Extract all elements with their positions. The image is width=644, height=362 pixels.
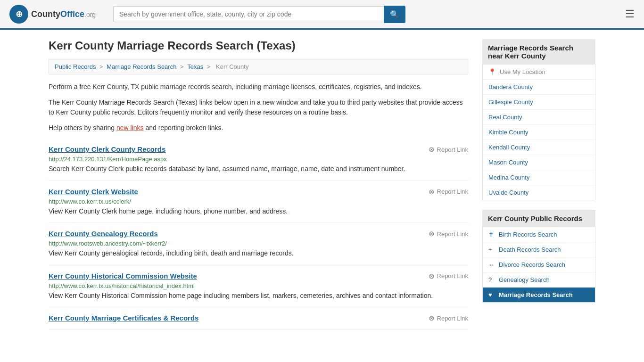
record-desc: View Kerr County Clerk home page, includ… [49, 207, 468, 216]
record-item: Kerr County Genealogy Records ⊗ Report L… [49, 223, 468, 265]
search-input[interactable] [113, 6, 384, 22]
desc-1: Perform a free Kerr County, TX public ma… [49, 82, 468, 92]
sidebar-item-mason[interactable]: Mason County [483, 155, 595, 170]
nearby-section: Marriage Records Search near Kerr County… [482, 39, 595, 200]
record-desc: Search Kerr County Clerk public records … [49, 165, 468, 174]
report-link[interactable]: ⊗ Report Link [429, 230, 468, 238]
sidebar: Marriage Records Search near Kerr County… [482, 39, 595, 329]
location-icon: 📍 [488, 68, 496, 75]
breadcrumb-sep1: > [99, 63, 105, 70]
breadcrumb-marriage-records[interactable]: Marriage Records Search [107, 63, 176, 70]
records-list: Kerr County Clerk County Records ⊗ Repor… [49, 139, 468, 329]
birth-icon: ✝ [488, 231, 495, 238]
report-link[interactable]: ⊗ Report Link [429, 145, 468, 154]
logo[interactable]: ⊕ CountyOffice.org [9, 5, 104, 24]
record-item: Kerr County Marriage Certificates & Reco… [49, 307, 468, 329]
death-icon: + [488, 246, 495, 253]
sidebar-divorce-records[interactable]: ↔ Divorce Records Search [483, 257, 595, 272]
sidebar-item-uvalde[interactable]: Uvalde County [483, 185, 595, 200]
new-links-link[interactable]: new links [116, 124, 144, 132]
record-title[interactable]: Kerr County Genealogy Records [49, 230, 158, 238]
breadcrumb-kerr-county: Kerr County [216, 63, 248, 70]
report-icon: ⊗ [429, 230, 435, 238]
search-area: 🔍 [113, 6, 405, 23]
record-url[interactable]: http://www.rootsweb.ancestry.com/~txkerr… [49, 240, 468, 247]
report-icon: ⊗ [429, 188, 435, 196]
report-icon: ⊗ [429, 145, 435, 154]
sidebar-item-real[interactable]: Real County [483, 110, 595, 125]
use-my-location[interactable]: 📍 Use My Location [483, 65, 595, 80]
public-records-section: Kerr County Public Records ✝ Birth Recor… [482, 210, 595, 303]
public-records-content: ✝ Birth Records Search + Death Records S… [482, 227, 595, 303]
menu-button[interactable]: ☰ [625, 8, 635, 20]
sidebar-marriage-records[interactable]: ♥ Marriage Records Search [483, 288, 595, 302]
main-content: Kerr County Marriage Records Search (Tex… [49, 39, 468, 329]
page-title: Kerr County Marriage Records Search (Tex… [49, 39, 468, 52]
report-link[interactable]: ⊗ Report Link [429, 272, 468, 280]
nearby-content: 📍 Use My Location Bandera County Gillesp… [482, 65, 595, 200]
sidebar-item-bandera[interactable]: Bandera County [483, 80, 595, 95]
record-url[interactable]: http://24.173.220.131/Kerr/HomePage.aspx [49, 156, 468, 163]
record-url[interactable]: http://www.co.kerr.tx.us/historical/hist… [49, 282, 468, 289]
record-title[interactable]: Kerr County Marriage Certificates & Reco… [49, 314, 198, 322]
breadcrumb-public-records[interactable]: Public Records [55, 63, 96, 70]
record-item: Kerr County Clerk Website ⊗ Report Link … [49, 181, 468, 223]
report-link[interactable]: ⊗ Report Link [429, 188, 468, 196]
sidebar-item-kimble[interactable]: Kimble County [483, 125, 595, 140]
sidebar-birth-records[interactable]: ✝ Birth Records Search [483, 227, 595, 242]
record-url[interactable]: http://www.co.kerr.tx.us/cclerk/ [49, 198, 468, 205]
desc-2: The Kerr County Marriage Records Search … [49, 98, 468, 117]
report-link[interactable]: ⊗ Report Link [429, 314, 468, 322]
report-icon: ⊗ [429, 272, 435, 280]
sidebar-genealogy[interactable]: ? Genealogy Search [483, 272, 595, 288]
desc-3: Help others by sharing new links and rep… [49, 123, 468, 133]
breadcrumb-sep2: > [180, 63, 185, 70]
record-desc: View Kerr County genealogical records, i… [49, 249, 468, 258]
nearby-header: Marriage Records Search near Kerr County [482, 39, 595, 65]
record-item: Kerr County Clerk County Records ⊗ Repor… [49, 139, 468, 181]
breadcrumb-texas[interactable]: Texas [187, 63, 203, 70]
record-title[interactable]: Kerr County Clerk County Records [49, 145, 165, 153]
breadcrumb-sep3: > [207, 63, 212, 70]
sidebar-item-gillespie[interactable]: Gillespie County [483, 95, 595, 110]
sidebar-item-medina[interactable]: Medina County [483, 170, 595, 185]
record-desc: View Kerr County Historical Commission h… [49, 291, 468, 301]
search-button[interactable]: 🔍 [384, 6, 405, 23]
genealogy-icon: ? [488, 276, 495, 283]
logo-text: CountyOffice.org [31, 9, 96, 19]
divorce-icon: ↔ [488, 261, 495, 268]
sidebar-item-kendall[interactable]: Kendall County [483, 140, 595, 155]
public-records-header: Kerr County Public Records [482, 210, 595, 227]
sidebar-death-records[interactable]: + Death Records Search [483, 242, 595, 257]
record-title[interactable]: Kerr County Historical Commission Websit… [49, 272, 197, 280]
logo-icon: ⊕ [9, 5, 28, 24]
record-title[interactable]: Kerr County Clerk Website [49, 188, 138, 196]
report-icon: ⊗ [429, 314, 435, 322]
record-item: Kerr County Historical Commission Websit… [49, 265, 468, 308]
marriage-icon: ♥ [488, 291, 495, 298]
breadcrumb: Public Records > Marriage Records Search… [49, 59, 468, 74]
